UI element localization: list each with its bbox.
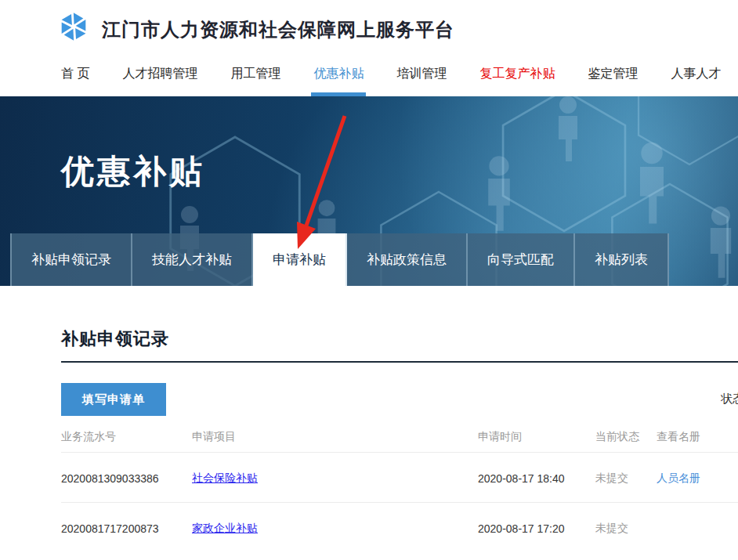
- hero-tab-3[interactable]: 申请补贴: [253, 233, 347, 286]
- hero-tab-6[interactable]: 补贴列表: [575, 233, 669, 286]
- page-title: 江门市人力资源和社会保障网上服务平台: [102, 17, 454, 42]
- hero-banner: 优惠补贴 补贴申领记录技能人才补贴申请补贴补贴政策信息向导式匹配补贴列表: [0, 96, 738, 286]
- cell-project: 社会保险补贴: [192, 471, 478, 486]
- hero-tab-1[interactable]: 补贴申领记录: [10, 233, 132, 286]
- project-link[interactable]: 家政企业补贴: [192, 522, 258, 534]
- status-filter-label: 状态: [721, 392, 738, 406]
- nav-item-4[interactable]: 优惠补贴: [313, 66, 364, 82]
- nav-item-3[interactable]: 用工管理: [230, 66, 280, 82]
- cell-project: 家政企业补贴: [192, 522, 478, 536]
- column-header-2: 申请项目: [192, 430, 478, 444]
- cell-status: 未提交: [595, 471, 657, 486]
- main-content: 补贴申领记录 填写申请单 状态 业务流水号申请项目申请时间当前状态查看名册 20…: [0, 286, 738, 552]
- toolbar: 填写申请单 状态: [61, 383, 738, 416]
- roster-link[interactable]: 人员名册: [657, 471, 700, 484]
- hero-tab-2[interactable]: 技能人才补贴: [132, 233, 253, 286]
- cell-serial: 2020081717200873: [61, 522, 192, 535]
- site-header: 江门市人力资源和社会保障网上服务平台 首 页人才招聘管理用工管理优惠补贴培训管理…: [0, 0, 738, 96]
- hero-tab-bar: 补贴申领记录技能人才补贴申请补贴补贴政策信息向导式匹配补贴列表: [10, 233, 669, 286]
- table-header-row: 业务流水号申请项目申请时间当前状态查看名册: [61, 416, 738, 453]
- nav-item-5[interactable]: 培训管理: [396, 66, 447, 82]
- project-link[interactable]: 社会保险补贴: [192, 471, 258, 484]
- nav-item-8[interactable]: 人事人才: [671, 66, 721, 82]
- nav-item-2[interactable]: 人才招聘管理: [122, 66, 197, 82]
- column-header-1: 业务流水号: [61, 430, 192, 444]
- table-row: 2020081309033386社会保险补贴2020-08-17 18:40未提…: [61, 453, 738, 503]
- nav-item-6[interactable]: 复工复产补贴: [479, 66, 555, 82]
- table-row: 2020081717200873家政企业补贴2020-08-17 17:20未提…: [61, 503, 738, 552]
- platform-logo-icon: [60, 11, 88, 42]
- nav-item-1[interactable]: 首 页: [61, 66, 89, 82]
- table-body: 2020081309033386社会保险补贴2020-08-17 18:40未提…: [61, 453, 738, 552]
- column-header-5: 查看名册: [657, 430, 738, 444]
- cell-apply-time: 2020-08-17 17:20: [478, 522, 595, 535]
- cell-serial: 2020081309033386: [61, 472, 192, 485]
- nav-item-7[interactable]: 鉴定管理: [588, 66, 638, 82]
- hero-tab-4[interactable]: 补贴政策信息: [347, 233, 468, 286]
- section-title: 补贴申领记录: [0, 286, 738, 351]
- cell-status: 未提交: [595, 522, 657, 536]
- column-header-3: 申请时间: [478, 430, 595, 444]
- section-title-rule: [61, 361, 738, 363]
- application-records-table: 业务流水号申请项目申请时间当前状态查看名册 2020081309033386社会…: [61, 416, 738, 552]
- cell-apply-time: 2020-08-17 18:40: [478, 472, 595, 485]
- main-nav: 首 页人才招聘管理用工管理优惠补贴培训管理复工复产补贴鉴定管理人事人才: [61, 66, 721, 82]
- fill-application-button[interactable]: 填写申请单: [61, 383, 166, 416]
- hero-title: 优惠补贴: [61, 150, 205, 193]
- cell-roster: 人员名册: [657, 471, 738, 486]
- column-header-4: 当前状态: [595, 430, 657, 444]
- hero-tab-5[interactable]: 向导式匹配: [468, 233, 575, 286]
